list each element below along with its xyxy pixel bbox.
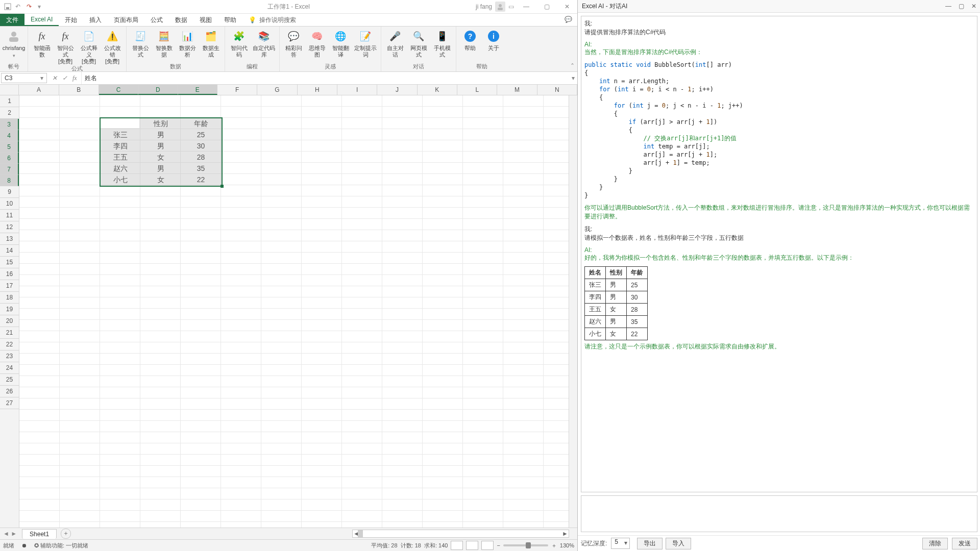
vertical-scrollbar[interactable] <box>569 95 577 528</box>
accept-edit-icon[interactable]: ✓ <box>62 74 67 82</box>
tab-formulas[interactable]: 公式 <box>144 14 169 26</box>
row-header[interactable]: 22 <box>0 339 19 350</box>
zoom-in-button[interactable]: ＋ <box>551 542 557 549</box>
custom-lib-button[interactable]: 📚自定代码库 <box>251 28 277 58</box>
close-button[interactable]: ✕ <box>557 0 577 13</box>
phone-mode-button[interactable]: 📱手机模式 <box>430 28 454 58</box>
row-header[interactable]: 24 <box>0 362 19 374</box>
tab-help[interactable]: 帮助 <box>218 14 242 26</box>
column-header[interactable]: A <box>19 85 59 95</box>
row-header[interactable]: 11 <box>0 210 19 221</box>
analyze-button[interactable]: 📊数据分析 <box>176 28 199 58</box>
help-button[interactable]: ?帮助 <box>458 28 482 52</box>
zoom-slider[interactable] <box>503 544 548 546</box>
import-button[interactable]: 导入 <box>666 538 691 549</box>
accessibility-status[interactable]: ✪ 辅助功能: 一切就绪 <box>34 542 88 549</box>
sheet-tab[interactable]: Sheet1 <box>22 529 57 539</box>
row-header[interactable]: 5 <box>0 141 19 153</box>
ai-chat-log[interactable]: 我: 请提供冒泡排序算法的C#代码 AI: 当然，下面是冒泡排序算法的C#代码示… <box>581 16 977 492</box>
depth-select[interactable]: 5 ▾ <box>611 538 630 549</box>
column-header[interactable]: N <box>537 85 577 95</box>
tab-start[interactable]: 开始 <box>59 14 83 26</box>
name-box[interactable]: C3 ▾ <box>1 73 47 83</box>
chevron-down-icon[interactable]: ▾ <box>40 74 43 82</box>
auto-dialog-button[interactable]: 🎤自主对话 <box>383 28 407 58</box>
web-mode-button[interactable]: 🔍网页模式 <box>407 28 430 58</box>
comments-icon[interactable]: 💬 <box>565 16 572 23</box>
column-header[interactable]: E <box>178 85 217 95</box>
user-block[interactable]: ji fang ▭ <box>476 2 514 12</box>
row-header[interactable]: 12 <box>0 221 19 233</box>
zoom-out-button[interactable]: − <box>497 542 500 548</box>
ai-minimize-button[interactable]: — <box>945 3 951 10</box>
page-layout-button[interactable] <box>466 541 478 550</box>
column-header[interactable]: H <box>298 85 337 95</box>
zoom-level[interactable]: 130% <box>560 542 574 548</box>
row-header[interactable]: 9 <box>0 186 19 198</box>
row-header[interactable]: 16 <box>0 268 19 280</box>
column-header[interactable]: K <box>418 85 457 95</box>
formula-error-button[interactable]: ⚠️公式改错 [免费] <box>101 28 124 65</box>
cells-area[interactable]: 姓名性别年龄张三男25李四男30王五女28赵六男35小七女22 <box>19 95 569 528</box>
horizontal-scrollbar[interactable]: ◄► <box>352 530 569 538</box>
tab-file[interactable]: 文件 <box>0 14 24 26</box>
prompt-words-button[interactable]: 📝定制提示词 <box>352 28 379 58</box>
row-header[interactable]: 21 <box>0 327 19 339</box>
macro-record-icon[interactable]: ⏺ <box>21 542 27 548</box>
ribbon-display-icon[interactable]: ▭ <box>508 3 514 10</box>
row-header[interactable]: 2 <box>0 107 19 119</box>
row-header[interactable]: 18 <box>0 292 19 304</box>
row-header[interactable]: 6 <box>0 153 19 164</box>
row-header[interactable]: 14 <box>0 245 19 257</box>
tab-excel-ai[interactable]: Excel AI <box>24 14 59 26</box>
tell-me-search[interactable]: 💡 操作说明搜索 <box>249 14 296 26</box>
send-button[interactable]: 发送 <box>952 538 977 549</box>
tab-insert[interactable]: 插入 <box>83 14 108 26</box>
qat-more-icon[interactable]: ▾ <box>38 3 45 10</box>
column-header[interactable]: M <box>497 85 537 95</box>
row-header[interactable]: 25 <box>0 374 19 386</box>
ask-formula-button[interactable]: fx智问公式 [免费] <box>54 28 77 65</box>
column-header[interactable]: J <box>377 85 417 95</box>
column-header[interactable]: G <box>257 85 297 95</box>
sheet-nav[interactable]: ◄ ► <box>0 530 20 537</box>
add-sheet-button[interactable]: ＋ <box>61 529 71 539</box>
page-break-button[interactable] <box>481 541 494 550</box>
row-header[interactable]: 27 <box>0 397 19 409</box>
fill-handle[interactable] <box>220 185 224 188</box>
select-all-corner[interactable] <box>0 85 19 95</box>
clear-button[interactable]: 清除 <box>922 538 948 549</box>
column-header[interactable]: C <box>99 85 138 95</box>
smart-data-button[interactable]: 🧮智换数据 <box>152 28 176 58</box>
mindmap-button[interactable]: 🧠思维导图 <box>305 28 329 58</box>
row-header[interactable]: 15 <box>0 257 19 268</box>
ask-code-button[interactable]: 🧩智问代码 <box>227 28 251 58</box>
formula-explain-button[interactable]: 📄公式释义 [免费] <box>77 28 101 65</box>
column-header[interactable]: F <box>217 85 257 95</box>
row-header[interactable]: 26 <box>0 386 19 397</box>
data-gen-button[interactable]: 🗂️数据生成 <box>199 28 223 58</box>
tab-view[interactable]: 视图 <box>193 14 218 26</box>
tab-data[interactable]: 数据 <box>169 14 193 26</box>
column-header[interactable]: B <box>59 85 99 95</box>
row-header[interactable]: 20 <box>0 315 19 327</box>
maximize-button[interactable]: ▢ <box>536 0 557 13</box>
ai-close-button[interactable]: ✕ <box>971 3 976 10</box>
formula-input[interactable]: 姓名 <box>81 72 569 84</box>
about-button[interactable]: i关于 <box>482 28 505 52</box>
save-icon[interactable] <box>4 3 11 10</box>
row-header[interactable]: 1 <box>0 95 19 107</box>
normal-view-button[interactable] <box>451 541 463 550</box>
row-header[interactable]: 10 <box>0 198 19 210</box>
smart-trans-button[interactable]: 🌐智能翻译 <box>329 28 352 58</box>
expand-formula-icon[interactable]: ▾ <box>569 72 577 84</box>
ai-input-textarea[interactable] <box>581 495 977 532</box>
column-header[interactable]: I <box>337 85 377 95</box>
undo-icon[interactable]: ↶ <box>15 3 22 10</box>
redo-icon[interactable]: ↷ <box>27 3 34 10</box>
column-header[interactable]: L <box>457 85 497 95</box>
faq-button[interactable]: 💬精彩问答 <box>282 28 305 58</box>
tab-page-layout[interactable]: 页面布局 <box>108 14 144 26</box>
row-header[interactable]: 23 <box>0 350 19 362</box>
row-header[interactable]: 13 <box>0 233 19 245</box>
